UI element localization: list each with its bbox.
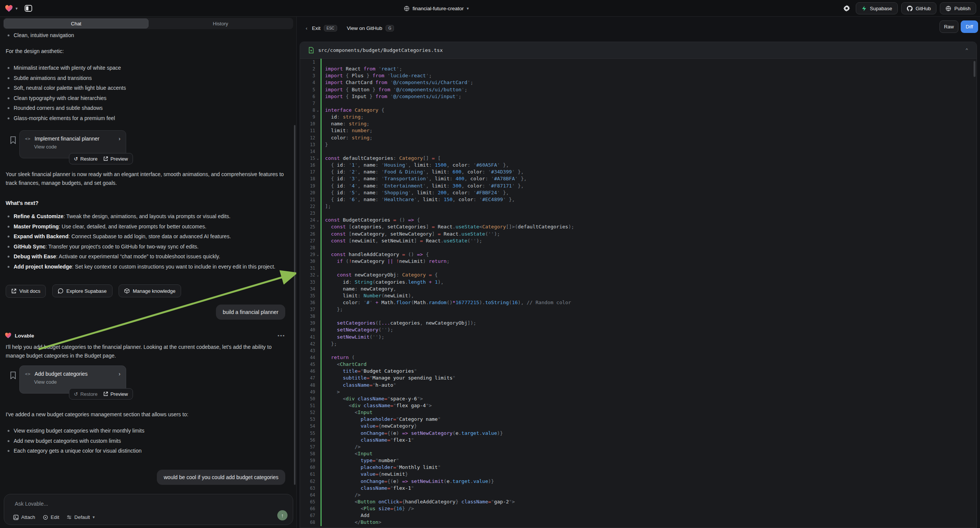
bookmark-icon[interactable] xyxy=(10,372,16,381)
code-line: 17 { id: '2', name: 'Food & Dining', lim… xyxy=(300,169,977,175)
project-name: financial-future-creator xyxy=(412,6,464,11)
code-line: 20 { id: '5', name: 'Shopping', limit: 2… xyxy=(300,189,977,196)
version-card-add-budget-categories[interactable]: <> Add budget categories › View code ↺ R… xyxy=(19,366,126,394)
fold-chevron-icon[interactable]: ⌄ xyxy=(315,251,320,258)
code-version-icon: <> xyxy=(25,372,31,377)
version-card-implement-financial-planner[interactable]: <> Implement financial planner › View co… xyxy=(19,130,126,158)
back-chevron-icon[interactable]: ‹ xyxy=(306,25,308,31)
code-line: 14 xyxy=(300,148,977,155)
code-version-icon: <> xyxy=(25,136,31,141)
explore-supabase-button[interactable]: Explore Supabase xyxy=(52,285,112,297)
code-line: 2import React from 'react'; xyxy=(300,65,977,72)
package-icon xyxy=(124,288,130,294)
code-line: 12 color: string; xyxy=(300,134,977,141)
view-code-link[interactable]: View code xyxy=(20,377,126,385)
code-line: 16 { id: '1', name: 'Housing', limit: 15… xyxy=(300,162,977,169)
code-line: 4import ChartCard from '@/components/ui/… xyxy=(300,79,977,86)
esc-key-badge: ESC xyxy=(324,25,337,32)
code-line: 34 name: newCategory, xyxy=(300,286,977,293)
collapse-chevron-icon[interactable]: ⌃ xyxy=(965,47,968,53)
github-icon xyxy=(907,6,913,11)
list-item: Add new budget categories with custom li… xyxy=(6,436,284,446)
list-item: Rounded corners and subtle shadows xyxy=(6,103,284,113)
fold-chevron-icon[interactable]: ⌄ xyxy=(315,155,320,162)
code-line: 58 <Input xyxy=(300,450,977,457)
attach-button[interactable]: Attach xyxy=(13,514,35,520)
lovable-logo-icon[interactable] xyxy=(5,5,13,12)
code-line: 35 limit: Number(newLimit), xyxy=(300,293,977,299)
file-header[interactable]: src/components/budget/BudgetCategories.t… xyxy=(300,42,977,59)
code-line: 66 <Plus size={16} /> xyxy=(300,505,977,512)
version-title: Add budget categories xyxy=(35,371,88,377)
supabase-button[interactable]: Supabase xyxy=(856,2,898,14)
tab-chat[interactable]: Chat xyxy=(4,19,148,29)
code-line: 10 name: string; xyxy=(300,121,977,127)
mode-selector[interactable]: Default ▾ xyxy=(67,514,95,520)
fold-chevron-icon[interactable]: ⌄ xyxy=(315,272,320,278)
message-menu-icon[interactable]: ••• xyxy=(278,333,285,339)
project-switcher[interactable]: financial-future-creator ▾ xyxy=(404,0,469,17)
whats-next-heading: What's next? xyxy=(6,199,284,208)
fold-chevron-icon[interactable]: ⌄ xyxy=(315,107,320,114)
code-line: 65 <Button onClick={handleAddCategory} c… xyxy=(300,498,977,505)
code-line: 64 /> xyxy=(300,491,977,498)
diff-toggle-button[interactable]: Diff xyxy=(961,21,978,33)
code-line: 43 xyxy=(300,347,977,354)
settings-gear-icon[interactable] xyxy=(841,3,852,14)
code-line: 53 placeholder="Category name" xyxy=(300,416,977,423)
code-line: 52 <Input xyxy=(300,409,977,416)
diff-file-card: src/components/budget/BudgetCategories.t… xyxy=(300,42,977,528)
logo-menu-chevron-icon[interactable]: ▾ xyxy=(16,6,18,11)
g-key-badge: G xyxy=(386,25,394,32)
code-view-panel: ‹ Exit ESC View on GitHub G Raw Diff src… xyxy=(297,17,980,528)
code-scrollbar[interactable] xyxy=(974,61,975,77)
code-line: 28 xyxy=(300,244,977,251)
code-line: 59 type="number" xyxy=(300,457,977,464)
code-line: 55 onChange={(e) => setNewCategory(e.tar… xyxy=(300,430,977,437)
code-line: 49 > xyxy=(300,389,977,396)
fold-chevron-icon[interactable]: ⌄ xyxy=(315,217,320,223)
list-item: Refine & Customize: Tweak the design, an… xyxy=(6,212,284,221)
exit-button[interactable]: Exit ESC xyxy=(312,25,337,32)
view-code-link[interactable]: View code xyxy=(20,142,126,149)
sliders-icon xyxy=(67,515,72,520)
code-line: 68 </Button> xyxy=(300,519,977,526)
list-item: GitHub Sync: Transfer your project's cod… xyxy=(6,242,284,252)
preview-button[interactable]: Preview xyxy=(103,391,128,397)
send-button[interactable]: ↑ xyxy=(277,510,288,520)
github-button[interactable]: GitHub xyxy=(901,2,936,14)
chat-composer[interactable]: Ask Lovable... Attach Edit Default ▾ ↑ xyxy=(4,494,293,525)
code-line: 26 const [newCategory, setNewCategory] =… xyxy=(300,231,977,237)
quick-actions: Visit docs Explore Supabase Manage knowl… xyxy=(6,285,284,298)
manage-knowledge-button[interactable]: Manage knowledge xyxy=(119,285,181,297)
chat-input[interactable]: Ask Lovable... xyxy=(15,501,48,507)
raw-toggle-button[interactable]: Raw xyxy=(939,21,958,33)
list-item: Master Prompting: Use clear, detailed, a… xyxy=(6,221,284,232)
chat-panel: Chat History Clean, intuitive navigation… xyxy=(0,17,297,528)
assistant-paragraph: I'll help you add budget categories to t… xyxy=(6,343,284,360)
code-line: 29⌄ const handleAddCategory = () => { xyxy=(300,251,977,258)
list-item: Soft, neutral color palette with light b… xyxy=(6,83,284,93)
restore-button[interactable]: ↺ Restore xyxy=(74,156,97,162)
lovable-heart-icon xyxy=(5,332,11,339)
aesthetic-heading: For the design aesthetic: xyxy=(6,47,284,56)
code-line: 3import { Plus } from 'lucide-react'; xyxy=(300,72,977,79)
restore-button[interactable]: ↺ Restore xyxy=(74,391,97,397)
code-line: 9 id: string; xyxy=(300,114,977,121)
preview-button[interactable]: Preview xyxy=(103,156,128,162)
code-line: 19 { id: '4', name: 'Entertainment', lim… xyxy=(300,183,977,189)
toggle-sidebar-icon[interactable] xyxy=(24,3,33,13)
bookmark-icon[interactable] xyxy=(10,136,16,145)
code-line: 13} xyxy=(300,141,977,148)
tab-history[interactable]: History xyxy=(148,19,293,29)
chat-scrollbar[interactable] xyxy=(294,125,296,485)
code-line: 37 }; xyxy=(300,306,977,313)
view-on-github-button[interactable]: View on GitHub G xyxy=(347,25,394,32)
code-line: 41 setNewLimit(''); xyxy=(300,334,977,340)
code-line: 5import { Button } from '@/components/ui… xyxy=(300,86,977,93)
edit-button[interactable]: Edit xyxy=(43,514,59,520)
visit-docs-button[interactable]: Visit docs xyxy=(6,285,46,298)
select-edit-icon xyxy=(43,515,48,520)
publish-button[interactable]: Publish xyxy=(940,2,976,14)
code-line: 23 xyxy=(300,210,977,217)
